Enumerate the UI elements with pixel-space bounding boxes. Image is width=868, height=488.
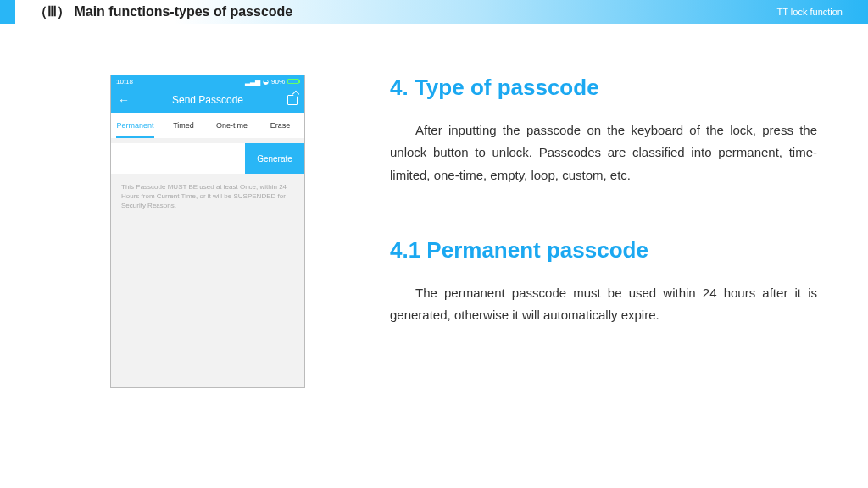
phone-status-bar: 10:18 ▂▃▅ ◒ 90% [111,75,304,87]
phone-header: ← Send Passcode [111,87,304,113]
phone-header-title: Send Passcode [172,94,243,106]
paragraph-4: After inputting the passcode on the keyb… [390,119,817,186]
battery-pct: 90% [271,78,285,86]
heading-4: 4. Type of passcode [390,75,817,101]
tab-erase[interactable]: Erase [256,113,304,138]
topbar-right-label: TT lock function [777,7,843,17]
back-icon[interactable]: ← [118,93,130,107]
status-time: 10:18 [116,78,133,86]
tab-timed[interactable]: Timed [159,113,208,138]
share-icon[interactable] [287,95,298,105]
paragraph-4-1: The permanent passcode must be used with… [390,282,817,327]
phone-mockup: 10:18 ▂▃▅ ◒ 90% ← Send Passcode Permanen… [110,75,305,388]
heading-4-1: 4.1 Permanent passcode [390,237,817,263]
signal-icon: ▂▃▅ [245,78,260,86]
accent-tab [0,0,15,24]
generate-button[interactable]: Generate [245,143,304,174]
content-area: 10:18 ▂▃▅ ◒ 90% ← Send Passcode Permanen… [0,24,868,388]
tab-permanent[interactable]: Permanent [111,113,159,138]
status-icons: ▂▃▅ ◒ 90% [245,78,299,86]
wifi-icon: ◒ [263,78,269,86]
generate-row: Generate [111,143,304,174]
top-bar: （Ⅲ） Main functions-types of passcode TT … [0,0,868,24]
security-note: This Passcode MUST BE used at least Once… [111,174,304,219]
phone-tabs: Permanent Timed One-time Erase [111,113,304,138]
page-title: （Ⅲ） Main functions-types of passcode [34,3,292,21]
battery-icon [287,79,299,84]
text-column: 4. Type of passcode After inputting the … [390,75,817,388]
tab-onetime[interactable]: One-time [208,113,256,138]
